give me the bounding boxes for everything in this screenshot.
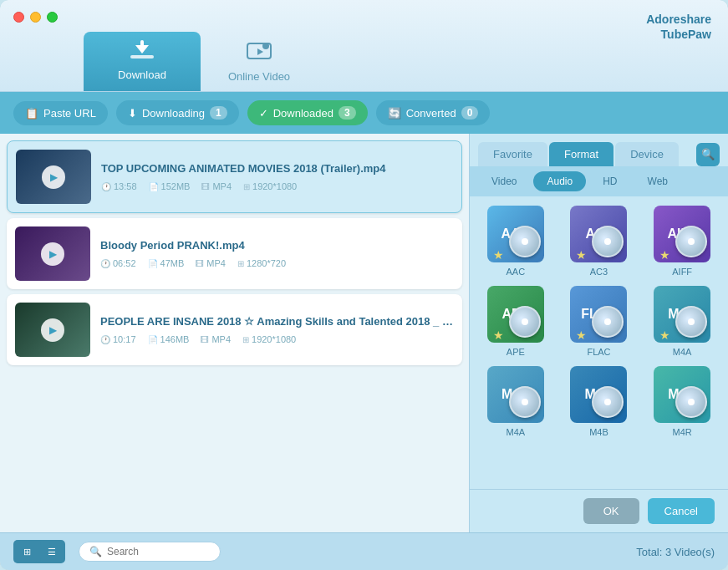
format-search-button[interactable]: 🔍 [696,143,720,166]
format-label: M4A [507,427,526,437]
downloaded-badge: 3 [339,106,356,120]
total-label: Total: 3 Video(s) [636,546,715,558]
format-icon-aac: AAC ★ [486,205,545,263]
format-label: AAC [507,267,526,277]
format-item-ape[interactable]: APE ★ APE [478,285,553,357]
format-item-m4r[interactable]: M4R M4R [644,365,720,437]
cd-graphic [509,306,541,338]
play-button[interactable]: ▶ [41,242,64,266]
maximize-button[interactable] [47,12,58,23]
paste-url-button[interactable]: 📋 Paste URL [13,101,108,125]
format-item-aac[interactable]: AAC ★ AAC [478,205,553,277]
tab-online-video[interactable]: Online Video [201,33,318,91]
subtab-hd[interactable]: HD [589,171,630,191]
tab-online-video-label: Online Video [228,70,290,83]
format-item-m4a[interactable]: M4A ★ M4A [644,285,720,357]
file-icon: 📄 [148,335,158,344]
format-item-m4a2[interactable]: M4A M4A [478,365,553,437]
resolution-meta: ⊞ 1280*720 [237,258,286,268]
format-meta: 🎞 MP4 [201,334,231,344]
subtab-video[interactable]: Video [478,171,530,191]
converted-button[interactable]: 🔄 Converted 0 [376,100,491,125]
search-icon: 🔍 [701,148,715,160]
cancel-button[interactable]: Cancel [648,498,715,524]
format-label: M4A [673,347,692,357]
star-icon: ★ [659,328,670,342]
duration-meta: 🕐 10:17 [100,334,136,344]
format-item-aiff[interactable]: AIFF ★ AIFF [644,205,720,277]
resolution-meta: ⊞ 1920*1080 [243,181,297,191]
tab-download[interactable]: Download [84,32,201,91]
minimize-button[interactable] [30,12,41,23]
format-icon-ac3: AC3 ★ [569,205,628,263]
play-button[interactable]: ▶ [41,318,64,342]
format-meta: 🎞 MP4 [196,258,226,268]
video-meta: 🕐 06:52 📄 47MB 🎞 MP4 ⊞ [100,258,454,268]
bottom-bar: ⊞ ☰ 🔍 Total: 3 Video(s) [0,532,728,570]
list-item[interactable]: ▶ TOP UPCOMING ANIMATED MOVIES 2018 (Tra… [7,140,462,213]
duration-meta: 🕐 06:52 [100,258,136,268]
star-icon: ★ [659,248,670,262]
converted-badge: 0 [461,106,479,120]
format-meta: 🎞 MP4 [201,181,232,191]
traffic-lights [13,12,58,23]
tab-favorite[interactable]: Favorite [478,142,547,166]
search-input[interactable] [107,546,232,557]
downloaded-button[interactable]: ✓ Downloaded 3 [247,100,368,125]
tab-format[interactable]: Format [549,142,613,166]
video-title: Bloody Period PRANK!.mp4 [100,239,454,252]
film-icon: 🎞 [196,259,204,268]
resolution-icon: ⊞ [242,335,249,344]
cd-graphic [675,226,707,257]
toolbar: 📋 Paste URL ⬇ Downloading 1 ✓ Downloaded… [0,92,728,134]
main-content: ▶ TOP UPCOMING ANIMATED MOVIES 2018 (Tra… [0,134,728,532]
tab-device[interactable]: Device [615,142,679,166]
svg-point-4 [262,43,269,49]
svg-rect-2 [140,40,144,48]
downloaded-check-icon: ✓ [259,107,268,120]
video-thumbnail: ▶ [15,303,90,357]
grid-view-button[interactable]: ⊞ [15,542,38,562]
action-bar: OK Cancel [470,489,728,532]
format-tab-bar: Favorite Format Device 🔍 [470,134,728,166]
search-box[interactable]: 🔍 [79,542,221,562]
list-item[interactable]: ▶ PEOPLE ARE INSANE 2018 ☆ Amazing Skill… [7,294,462,365]
size-meta: 📄 152MB [149,181,191,191]
star-icon: ★ [493,248,504,262]
film-icon: 🎞 [201,335,209,344]
format-item-ac3[interactable]: AC3 ★ AC3 [562,205,637,277]
format-panel: Favorite Format Device 🔍 Video Audio HD … [469,134,728,532]
downloading-button[interactable]: ⬇ Downloading 1 [116,100,239,125]
subtab-audio[interactable]: Audio [533,171,586,191]
format-grid: AAC ★ AAC AC3 ★ [470,196,728,489]
resolution-icon: ⊞ [243,182,250,191]
format-label: M4B [589,427,608,437]
cd-graphic [675,306,707,338]
video-title: PEOPLE ARE INSANE 2018 ☆ Amazing Skills … [100,315,454,328]
format-label: AC3 [590,267,608,277]
video-meta: 🕐 13:58 📄 152MB 🎞 MP4 ⊞ [101,181,453,191]
ok-button[interactable]: OK [583,498,639,524]
list-view-button[interactable]: ☰ [40,542,64,562]
list-item[interactable]: ▶ Bloody Period PRANK!.mp4 🕐 06:52 📄 47M… [7,218,462,289]
close-button[interactable] [13,12,24,23]
video-info: PEOPLE ARE INSANE 2018 ☆ Amazing Skills … [100,315,454,344]
format-icon-aiff: AIFF ★ [653,205,711,263]
svg-marker-5 [257,48,263,55]
titlebar: Adoreshare TubePaw Download [0,0,728,92]
duration-meta: 🕐 13:58 [101,181,137,191]
video-thumbnail: ▶ [15,226,90,281]
video-info: TOP UPCOMING ANIMATED MOVIES 2018 (Trail… [101,162,453,191]
app-window: Adoreshare TubePaw Download [0,0,728,570]
subtab-web[interactable]: Web [634,171,681,191]
format-icon-m4a: M4A ★ [653,285,711,344]
format-item-m4b[interactable]: M4B M4B [562,365,637,437]
resolution-meta: ⊞ 1920*1080 [242,334,296,344]
play-button[interactable]: ▶ [42,165,65,189]
format-item-flac[interactable]: FLAC ★ FLAC [562,285,637,357]
star-icon: ★ [493,328,504,342]
format-icon-m4b: M4B [569,365,628,424]
size-meta: 📄 146MB [148,334,190,344]
nav-tabs: Download Online Video [84,32,318,91]
format-subtab-bar: Video Audio HD Web [470,166,728,196]
